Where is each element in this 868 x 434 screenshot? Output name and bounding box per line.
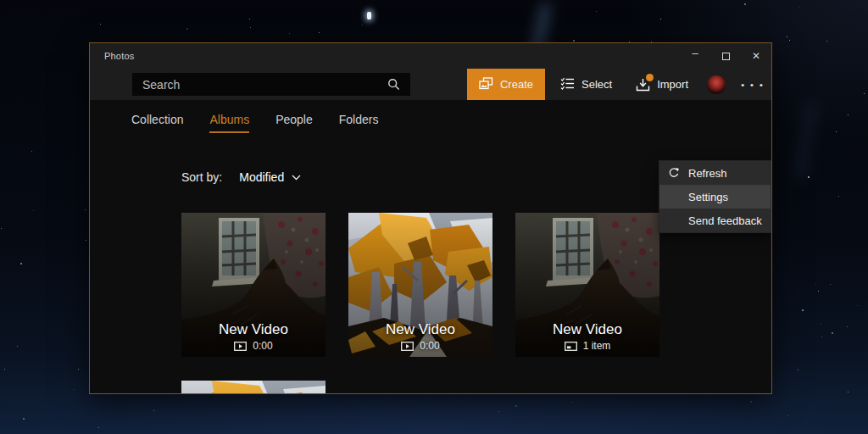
album-meta: 0:00 bbox=[420, 340, 439, 352]
create-label: Create bbox=[500, 78, 533, 91]
refresh-icon bbox=[659, 167, 688, 179]
window-title: Photos bbox=[90, 51, 134, 61]
search-icon[interactable] bbox=[384, 78, 410, 91]
see-more-menu: Refresh Settings Send feedback bbox=[659, 160, 771, 233]
search-input[interactable] bbox=[132, 78, 384, 92]
tab-folders[interactable]: Folders bbox=[339, 113, 379, 133]
menu-item-label: Settings bbox=[688, 191, 771, 203]
menu-item-label: Refresh bbox=[688, 167, 771, 180]
sort-dropdown[interactable]: Modified bbox=[239, 170, 301, 184]
menu-item-settings[interactable]: Settings bbox=[659, 185, 771, 209]
menu-item-send-feedback[interactable]: Send feedback bbox=[659, 209, 771, 232]
nebula-wisp bbox=[797, 102, 815, 179]
account-avatar[interactable] bbox=[707, 75, 726, 94]
tab-bar: Collection Albums People Folders bbox=[131, 113, 378, 133]
select-label: Select bbox=[581, 78, 612, 91]
sort-by-label: Sort by: bbox=[181, 170, 222, 184]
menu-item-refresh[interactable]: Refresh bbox=[659, 161, 771, 185]
album-tile[interactable]: New Video 0:00 bbox=[348, 213, 492, 357]
album-thumbnail-forest bbox=[181, 381, 326, 393]
sort-value: Modified bbox=[239, 170, 284, 184]
create-icon bbox=[479, 77, 493, 92]
album-tile[interactable]: New Video 0:00 bbox=[181, 213, 326, 357]
import-notification-badge bbox=[646, 74, 654, 81]
sort-row: Sort by: Modified bbox=[181, 170, 301, 184]
titlebar[interactable]: Photos – ✕ bbox=[90, 43, 771, 69]
import-icon bbox=[636, 78, 650, 92]
album-meta: 0:00 bbox=[253, 340, 272, 352]
tab-people[interactable]: People bbox=[275, 113, 313, 133]
photos-app-window: Photos – ✕ Create bbox=[89, 42, 772, 394]
maximize-icon bbox=[722, 53, 730, 60]
screen: Photos – ✕ Create bbox=[0, 0, 868, 434]
select-icon bbox=[560, 77, 575, 92]
minimize-button[interactable]: – bbox=[680, 40, 710, 65]
import-button[interactable]: Import bbox=[626, 69, 698, 100]
video-icon bbox=[234, 342, 247, 351]
video-icon bbox=[401, 342, 414, 351]
menu-item-label: Send feedback bbox=[688, 214, 771, 227]
tab-albums[interactable]: Albums bbox=[209, 113, 249, 133]
select-button[interactable]: Select bbox=[550, 69, 622, 100]
create-button[interactable]: Create bbox=[467, 69, 545, 100]
album-meta: 1 item bbox=[583, 340, 611, 352]
album-tile-partial[interactable] bbox=[181, 381, 326, 393]
close-button[interactable]: ✕ bbox=[741, 43, 771, 69]
bright-star bbox=[367, 12, 371, 19]
tab-collection[interactable]: Collection bbox=[131, 113, 183, 133]
album-title: New Video bbox=[515, 321, 659, 338]
toolbar: Create Select Import • • • bbox=[90, 69, 771, 100]
album-icon bbox=[565, 342, 577, 351]
import-label: Import bbox=[657, 78, 688, 91]
see-more-button[interactable]: • • • bbox=[736, 69, 770, 100]
search-box[interactable] bbox=[132, 73, 410, 96]
maximize-button[interactable] bbox=[710, 43, 741, 69]
window-controls: – ✕ bbox=[680, 43, 771, 69]
content-area: Collection Albums People Folders Sort by… bbox=[90, 100, 771, 393]
album-caption: New Video 0:00 bbox=[181, 321, 326, 352]
album-caption: New Video 0:00 bbox=[348, 321, 492, 352]
album-title: New Video bbox=[181, 321, 326, 338]
album-title: New Video bbox=[348, 321, 492, 338]
album-caption: New Video 1 item bbox=[515, 321, 659, 352]
album-tile[interactable]: New Video 1 item bbox=[515, 213, 659, 357]
chevron-down-icon bbox=[292, 175, 301, 181]
